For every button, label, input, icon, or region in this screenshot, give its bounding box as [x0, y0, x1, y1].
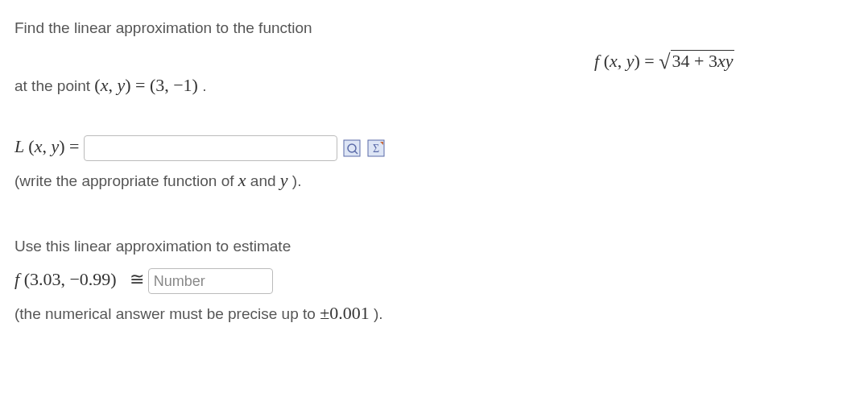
prompt-line-3: Use this linear approximation to estimat… [14, 234, 562, 259]
math-point: (x, y) = (3, −1) [94, 75, 198, 95]
equation-editor-icon[interactable]: Σ [367, 139, 385, 157]
hint-line-2: (the numerical answer must be precise up… [14, 299, 562, 327]
math-L-label: L (x, y) = [14, 136, 84, 156]
math-var-y: y [280, 170, 288, 190]
hint-text-2b: ). [370, 305, 383, 322]
prompt-line-2: at the point (x, y) = (3, −1) . [14, 71, 562, 99]
svg-text:Σ: Σ [372, 143, 378, 155]
linear-approx-input[interactable] [84, 135, 337, 161]
math-tolerance: ±0.001 [320, 303, 370, 323]
hint-text-1c: ). [288, 172, 302, 189]
estimate-input[interactable] [148, 268, 273, 294]
hint-text-2a: (the numerical answer must be precise up… [14, 305, 320, 322]
hint-text-1b: and [246, 172, 280, 189]
hint-text-1a: (write the appropriate function of [14, 172, 238, 189]
math-f-lhs: f (x, y) = [594, 51, 659, 71]
answer-line-L: L (x, y) = Σ [14, 132, 562, 161]
math-f-eval: f (3.03, −0.99) [14, 269, 117, 289]
text-period: . [198, 77, 207, 94]
sqrt-body: 34 + 3xy [671, 50, 735, 72]
function-definition: f (x, y) = √34 + 3xy [594, 16, 854, 72]
text-at-point: at the point [14, 77, 94, 94]
hint-line-1: (write the appropriate function of x and… [14, 166, 562, 194]
math-var-x: x [238, 170, 246, 190]
prompt-line-1: Find the linear approximation to the fun… [14, 16, 562, 40]
preview-icon[interactable] [343, 139, 361, 157]
approx-symbol: ≅ [130, 269, 144, 289]
answer-line-f: f (3.03, −0.99) ≅ [14, 265, 562, 294]
sqrt-symbol: √ [659, 50, 670, 73]
